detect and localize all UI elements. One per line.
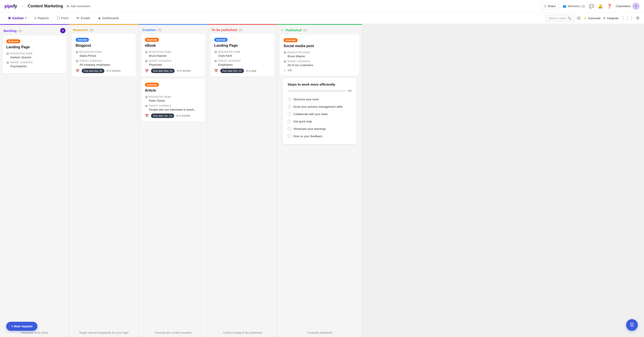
card[interactable]: InternalBlogpost ▣ REQUESTER NAME Diana … bbox=[72, 34, 136, 77]
step-item[interactable]: Grow your process management skills bbox=[288, 103, 352, 110]
due-date-suffix: in 6 months bbox=[177, 69, 191, 72]
audience-icon: ▣ bbox=[145, 104, 148, 107]
column-footer-creation: Develop the content needed bbox=[139, 328, 208, 337]
step-label: Showcase your learnings bbox=[294, 127, 326, 130]
column-count-published: (1) bbox=[304, 28, 307, 32]
reports-icon: ≡ bbox=[34, 16, 36, 20]
form-icon: ☐ bbox=[57, 16, 60, 20]
members-button[interactable]: 👥 Members (1) bbox=[563, 4, 585, 8]
step-circle bbox=[288, 120, 291, 123]
due-date-badge: Due date May, 23 bbox=[151, 69, 175, 73]
card-title: Blogpost bbox=[76, 43, 132, 48]
help-icon[interactable]: ❓ bbox=[607, 4, 612, 9]
search-area: Search cards 🔍 ⊟ ⚡ Automate ↻ Integrate … bbox=[545, 15, 640, 22]
step-item[interactable]: Get quick help bbox=[288, 118, 352, 125]
audience-icon: ▣ bbox=[6, 61, 9, 64]
calendar-icon: 📅 bbox=[145, 69, 149, 73]
logo: pipefy bbox=[4, 3, 17, 9]
due-date-badge: Due date Dec, 13 bbox=[220, 69, 244, 73]
tab-kanban[interactable]: ⊞ Kanban ▾ bbox=[4, 14, 30, 22]
step-item[interactable]: Give us your feedback bbox=[288, 132, 352, 140]
filter-icon[interactable]: ⊟ bbox=[577, 16, 580, 20]
column-backlog: Backlog(1)+ExternalLanding Page ▣ REQUES… bbox=[0, 24, 69, 337]
card-audience-field: ▣ TARGET AUDIENCE Physicists bbox=[145, 59, 202, 66]
integrate-icon: ↻ bbox=[603, 16, 606, 20]
column-title-published: Published bbox=[286, 28, 302, 32]
audience-value: All company employees bbox=[76, 63, 132, 66]
card-audience-field: ▣ TARGET AUDIENCE Psychiatrists bbox=[6, 61, 63, 68]
grid-icon[interactable]: ⋮⋮⋮ bbox=[621, 16, 633, 20]
column-footer-research: Target relevant keywords for your topic bbox=[69, 328, 138, 337]
favorite-icon[interactable]: ☆ bbox=[20, 4, 24, 9]
card[interactable]: InternalLanding Page ▣ REQUESTER NAME Cl… bbox=[211, 34, 274, 77]
tab-form[interactable]: ☐ Form bbox=[53, 14, 72, 22]
step-label: Collaborate with your team bbox=[294, 112, 328, 116]
step-item[interactable]: Showcase your learnings bbox=[288, 125, 352, 132]
user-avatar[interactable]: Chameleon C bbox=[616, 3, 640, 10]
column-body-published: ExternalSocial media post ▣ REQUESTER NA… bbox=[277, 34, 362, 328]
column-title-backlog: Backlog bbox=[4, 29, 16, 33]
column-body-creation: ExternaleBook ▣ REQUESTER NAME Bruce Ban… bbox=[139, 34, 208, 328]
card-requester-field: ▣ REQUESTER NAME Clark Kent bbox=[214, 50, 271, 57]
requester-value: Bruce Wayne bbox=[284, 54, 356, 58]
requester-icon: ▣ bbox=[76, 50, 78, 54]
kanban-icon: ⊞ bbox=[8, 16, 11, 20]
tab-emails[interactable]: ✉ Emails bbox=[73, 14, 94, 22]
tab-dashboards[interactable]: ◈ Dashboards bbox=[94, 14, 123, 22]
card-badge: External bbox=[145, 38, 159, 42]
step-item[interactable]: Collaborate with your team bbox=[288, 110, 352, 118]
tab-reports[interactable]: ≡ Reports bbox=[31, 14, 52, 22]
members-icon: 👥 bbox=[563, 4, 566, 8]
column-title-research: Research bbox=[73, 28, 88, 32]
new-request-button[interactable]: + New request bbox=[6, 322, 37, 331]
audience-value: Psychiatrists bbox=[6, 65, 63, 68]
chat-icon[interactable]: 💬 bbox=[589, 4, 594, 9]
bell-icon[interactable]: 🔔 bbox=[598, 4, 603, 9]
add-connection-button[interactable]: ⊕ Add connection bbox=[67, 4, 90, 8]
settings-icon[interactable]: ⚙ bbox=[636, 16, 640, 20]
card[interactable]: ExternalArticle ▣ REQUESTER NAME Peter P… bbox=[141, 79, 205, 122]
requester-icon: ▣ bbox=[284, 51, 286, 54]
progress-bar-container: 0% bbox=[288, 89, 352, 92]
column-header-published: ✓Published(1) bbox=[277, 24, 362, 34]
column-count-tobepublished: (1) bbox=[239, 28, 242, 31]
card-badge: External bbox=[6, 39, 20, 43]
requester-value: Diana Prince bbox=[76, 54, 132, 57]
audience-value: Employees bbox=[214, 63, 271, 66]
step-item[interactable]: Structure your work bbox=[288, 96, 352, 103]
requester-icon: ▣ bbox=[145, 95, 148, 99]
calendar-icon: 📅 bbox=[214, 69, 218, 73]
share-button[interactable]: ⬡ Share bbox=[541, 3, 559, 9]
board-title: Content Marketing bbox=[28, 4, 63, 8]
progress-text: 0% bbox=[348, 89, 352, 92]
column-body-tobepublished: InternalLanding Page ▣ REQUESTER NAME Cl… bbox=[208, 34, 277, 328]
integrate-button[interactable]: ↻ Integrate bbox=[603, 16, 618, 20]
requester-value: Clark Kent bbox=[214, 54, 271, 57]
column-add-button-backlog[interactable]: + bbox=[60, 28, 66, 33]
card-badge: Internal bbox=[214, 38, 228, 42]
published-check-icon: ✓ bbox=[281, 28, 284, 32]
calendar-icon: 📅 bbox=[145, 114, 149, 118]
card-date-row: 📅 Due date Dec, 13 in a year bbox=[214, 69, 271, 73]
search-cards-input[interactable]: Search cards 🔍 bbox=[545, 15, 574, 22]
audience-value: All of our customers bbox=[284, 63, 356, 67]
due-date-badge: Due date Jun, 13 bbox=[151, 113, 174, 118]
audience-icon: ▣ bbox=[214, 59, 217, 62]
requester-icon: ▣ bbox=[214, 50, 217, 54]
step-circle bbox=[288, 134, 291, 138]
automate-button[interactable]: ⚡ Automate bbox=[583, 16, 600, 20]
calendar-icon: 📅 bbox=[76, 69, 80, 73]
column-count-creation: (2) bbox=[158, 28, 161, 31]
column-title-tobepublished: To be published bbox=[212, 28, 237, 32]
card-requester-field: ▣ REQUESTER NAME Bruce Wayne bbox=[284, 51, 356, 58]
card[interactable]: ExternaleBook ▣ REQUESTER NAME Bruce Ban… bbox=[141, 34, 205, 77]
requester-value: Harleen Quinzel bbox=[6, 56, 63, 59]
card-requester-field: ▣ REQUESTER NAME Peter Parker bbox=[145, 95, 202, 102]
check-label: 23h bbox=[288, 69, 292, 72]
fab-button[interactable]: ☰ bbox=[626, 319, 638, 331]
column-published: ✓Published(1)ExternalSocial media post ▣… bbox=[277, 24, 362, 337]
card[interactable]: ExternalLanding Page ▣ REQUESTER NAME Ha… bbox=[3, 35, 66, 73]
card-requester-field: ▣ REQUESTER NAME Diana Prince bbox=[76, 50, 132, 57]
column-body-research: InternalBlogpost ▣ REQUESTER NAME Diana … bbox=[69, 34, 138, 328]
card[interactable]: ExternalSocial media post ▣ REQUESTER NA… bbox=[280, 34, 359, 76]
